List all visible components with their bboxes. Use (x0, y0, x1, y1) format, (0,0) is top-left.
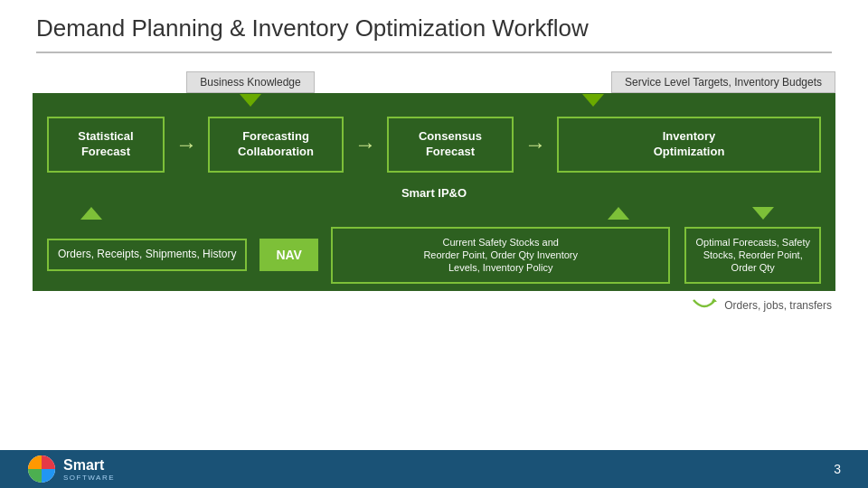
inventory-optimization-label: Inventory Optimization (654, 129, 725, 158)
nav-label: NAV (259, 239, 318, 271)
svg-marker-0 (712, 298, 717, 302)
current-safety-label: Current Safety Stocks and Reorder Point,… (423, 237, 578, 274)
curved-arrow-icon (692, 296, 717, 314)
smart-label-row: Smart IP&O (33, 182, 835, 205)
smart-ipao-label: Smart IP&O (401, 186, 467, 200)
current-safety-box: Current Safety Stocks and Reorder Point,… (331, 227, 671, 284)
arrow-orders-up (80, 207, 102, 220)
statistical-forecast-box: Statistical Forecast (47, 117, 165, 173)
orders-label: Orders, Receipts, Shipments, History (58, 248, 236, 260)
orders-jobs-label: Orders, jobs, transfers (724, 299, 832, 312)
arrow-3: → (519, 132, 552, 157)
brand-sub: SOFTWARE (63, 474, 115, 482)
arrow-safety-up (608, 207, 629, 220)
optimal-forecasts-box: Optimal Forecasts, Safety Stocks, Reorde… (684, 227, 821, 284)
arrow-1: → (170, 132, 203, 157)
optimal-forecasts-label: Optimal Forecasts, Safety Stocks, Reorde… (695, 237, 810, 274)
forecasting-collaboration-box: Forecasting Collaboration (208, 117, 344, 173)
orders-box: Orders, Receipts, Shipments, History (47, 239, 247, 271)
page-number: 3 (834, 462, 841, 476)
logo: Smart SOFTWARE (27, 455, 115, 483)
arrow-optimal-down (752, 207, 774, 220)
statistical-forecast-label: Statistical Forecast (78, 129, 133, 158)
consensus-forecast-label: Consensus Forecast (419, 129, 482, 158)
page: Demand Planning & Inventory Optimization… (0, 0, 868, 488)
footer: Smart SOFTWARE 3 (0, 450, 868, 488)
bottom-row: Orders, Receipts, Shipments, History NAV… (33, 220, 835, 291)
orders-jobs-row: Orders, jobs, transfers (0, 291, 868, 314)
forecasting-collaboration-label: Forecasting Collaboration (238, 129, 314, 158)
logo-text: Smart SOFTWARE (63, 457, 115, 482)
green-main-row: Statistical Forecast → Forecasting Colla… (33, 108, 835, 182)
divider (36, 52, 832, 53)
brand-name: Smart (63, 457, 115, 474)
workflow-diagram: Business Knowledge Service Level Targets… (33, 61, 835, 291)
nav-box: NAV (259, 239, 318, 271)
logo-icon (27, 455, 56, 483)
arrow-sl-down (582, 94, 604, 107)
page-title: Demand Planning & Inventory Optimization… (36, 14, 832, 42)
arrow-2: → (349, 132, 382, 157)
service-level-label: Service Level Targets, Inventory Budgets (611, 71, 835, 93)
inventory-optimization-box: Inventory Optimization (557, 117, 821, 173)
consensus-forecast-box: Consensus Forecast (387, 117, 514, 173)
business-knowledge-label: Business Knowledge (186, 71, 314, 93)
arrow-bk-down (240, 94, 261, 107)
